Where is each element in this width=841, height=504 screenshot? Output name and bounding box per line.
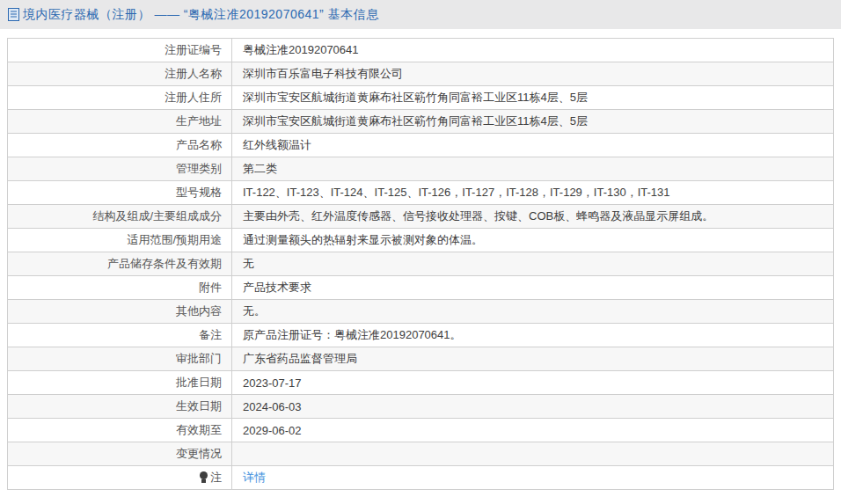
row-value: 通过测量额头的热辐射来显示被测对象的体温。 [232, 229, 834, 252]
bulb-icon [200, 471, 208, 483]
table-row: 有效期至2029-06-02 [8, 419, 834, 442]
row-label: 注 [8, 466, 232, 490]
info-table-body: 注册证编号粤械注准20192070641注册人名称深圳市百乐富电子科技有限公司注… [8, 39, 834, 490]
table-row: 变更情况 [8, 442, 834, 466]
row-value: 产品技术要求 [232, 276, 834, 300]
table-row: 生效日期2024-06-03 [8, 395, 834, 419]
row-value: 深圳市宝安区航城街道黄麻布社区簕竹角同富裕工业区11栋4层、5层 [232, 86, 834, 110]
table-row: 其他内容无。 [8, 300, 834, 324]
row-label: 型号规格 [8, 181, 232, 205]
row-label: 注册证编号 [8, 39, 232, 62]
row-label: 结构及组成/主要组成成分 [8, 205, 232, 229]
page-header: 境内医疗器械（注册） —— “粤械注准20192070641” 基本信息 [0, 0, 841, 29]
table-row: 注册人住所深圳市宝安区航城街道黄麻布社区簕竹角同富裕工业区11栋4层、5层 [8, 86, 834, 110]
row-value: 第二类 [232, 157, 834, 181]
row-label: 产品名称 [8, 134, 232, 157]
row-value: 深圳市宝安区航城街道黄麻布社区簕竹角同富裕工业区11栋4层、5层 [232, 110, 834, 134]
table-row: 适用范围/预期用途通过测量额头的热辐射来显示被测对象的体温。 [8, 229, 834, 252]
table-row: 注册证编号粤械注准20192070641 [8, 39, 834, 62]
row-label: 审批部门 [8, 347, 232, 371]
table-row: 生产地址深圳市宝安区航城街道黄麻布社区簕竹角同富裕工业区11栋4层、5层 [8, 110, 834, 134]
table-row: 备注原产品注册证号：粤械注准20192070641。 [8, 324, 834, 347]
table-row: 管理类别第二类 [8, 157, 834, 181]
row-value: 无。 [232, 300, 834, 324]
row-value: 2024-06-03 [232, 395, 834, 419]
table-row: 附件产品技术要求 [8, 276, 834, 300]
row-label: 注册人住所 [8, 86, 232, 110]
detail-link[interactable]: 详情 [243, 471, 266, 484]
row-label: 备注 [8, 324, 232, 347]
row-label: 注册人名称 [8, 62, 232, 86]
table-row: 批准日期2023-07-17 [8, 371, 834, 395]
row-value: 2029-06-02 [232, 419, 834, 442]
table-row: 结构及组成/主要组成成分主要由外壳、红外温度传感器、信号接收处理器、按键、COB… [8, 205, 834, 229]
row-label: 有效期至 [8, 419, 232, 442]
row-label: 产品储存条件及有效期 [8, 252, 232, 276]
row-value: 原产品注册证号：粤械注准20192070641。 [232, 324, 834, 347]
registration-info-table: 注册证编号粤械注准20192070641注册人名称深圳市百乐富电子科技有限公司注… [7, 38, 834, 490]
table-row: 产品名称红外线额温计 [8, 134, 834, 157]
table-row: 审批部门广东省药品监督管理局 [8, 347, 834, 371]
table-row: 产品储存条件及有效期无 [8, 252, 834, 276]
document-icon [8, 8, 19, 21]
row-value: 红外线额温计 [232, 134, 834, 157]
row-label: 批准日期 [8, 371, 232, 395]
row-value [232, 442, 834, 466]
row-label: 附件 [8, 276, 232, 300]
row-value: 广东省药品监督管理局 [232, 347, 834, 371]
row-label: 生产地址 [8, 110, 232, 134]
row-value: 无 [232, 252, 834, 276]
row-value: 详情 [232, 466, 834, 490]
row-label: 适用范围/预期用途 [8, 229, 232, 252]
table-row: 注册人名称深圳市百乐富电子科技有限公司 [8, 62, 834, 86]
table-row: 型号规格IT-122、IT-123、IT-124、IT-125、IT-126，I… [8, 181, 834, 205]
row-label: 生效日期 [8, 395, 232, 419]
row-label: 其他内容 [8, 300, 232, 324]
row-label: 管理类别 [8, 157, 232, 181]
row-value: IT-122、IT-123、IT-124、IT-125、IT-126，IT-12… [232, 181, 834, 205]
page-title: 境内医疗器械（注册） —— “粤械注准20192070641” 基本信息 [23, 7, 379, 23]
row-label: 变更情况 [8, 442, 232, 466]
row-value: 2023-07-17 [232, 371, 834, 395]
row-value: 深圳市百乐富电子科技有限公司 [232, 62, 834, 86]
table-row: 注详情 [8, 466, 834, 490]
row-value: 主要由外壳、红外温度传感器、信号接收处理器、按键、COB板、蜂鸣器及液晶显示屏组… [232, 205, 834, 229]
row-value: 粤械注准20192070641 [232, 39, 834, 62]
